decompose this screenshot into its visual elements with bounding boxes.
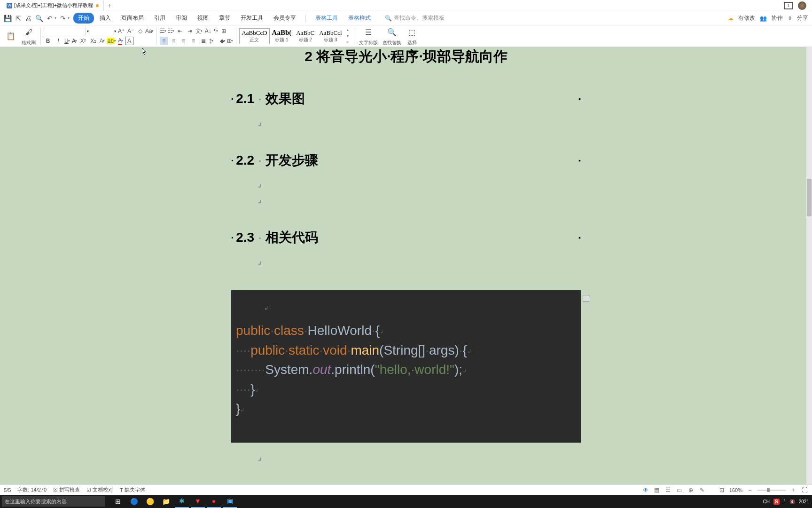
menu-table-style[interactable]: 表格样式: [344, 13, 375, 24]
ime-mode-icon[interactable]: S: [773, 499, 780, 505]
menu-start[interactable]: 开始: [73, 13, 94, 24]
zoom-slider[interactable]: [757, 490, 786, 491]
menu-devtools[interactable]: 开发工具: [236, 13, 268, 24]
format-painter-button[interactable]: 🖌: [23, 26, 35, 39]
share-label[interactable]: 分享: [797, 14, 808, 22]
task-view-icon[interactable]: ⊞: [111, 495, 125, 508]
borders-icon[interactable]: ⊞▾: [227, 37, 233, 45]
window-mode-icon[interactable]: 1: [784, 2, 793, 9]
font-size-input[interactable]: [90, 27, 113, 35]
page-indicator[interactable]: 5/5: [4, 487, 11, 493]
menu-view[interactable]: 视图: [193, 13, 213, 24]
bold-button[interactable]: B: [44, 37, 52, 45]
explorer-icon[interactable]: 📁: [159, 495, 173, 508]
command-search[interactable]: 🔍 查找命令、搜索模板: [385, 14, 445, 22]
strikethrough-button[interactable]: A̶▾: [72, 38, 77, 44]
menu-review[interactable]: 审阅: [171, 13, 192, 24]
app-1-icon[interactable]: ✱: [175, 495, 189, 508]
redo-icon[interactable]: ↷: [60, 15, 66, 22]
style-gallery-scroll[interactable]: ▴▾≡: [344, 28, 351, 45]
eye-icon[interactable]: 👁: [642, 486, 649, 494]
decrease-font-icon[interactable]: A⁻: [126, 27, 135, 35]
font-color-button[interactable]: A▾: [118, 37, 123, 45]
save-icon[interactable]: 💾: [4, 15, 12, 22]
italic-button[interactable]: I: [54, 37, 62, 45]
export-icon[interactable]: ⇱: [16, 15, 21, 22]
record-icon[interactable]: ●: [207, 495, 221, 508]
fit-width-icon[interactable]: ⊡: [718, 486, 726, 494]
doc-proof[interactable]: ☑文档校对: [86, 486, 113, 493]
ime-lang[interactable]: CH: [763, 499, 770, 504]
change-case-icon[interactable]: Aa▾: [145, 28, 154, 34]
vertical-scrollbar[interactable]: [806, 47, 812, 484]
zoom-out-icon[interactable]: −: [746, 486, 754, 494]
style-heading3[interactable]: AaBbCcl 标题 3: [317, 28, 344, 44]
align-left-icon[interactable]: ≡: [160, 37, 168, 45]
style-normal[interactable]: AaBbCcD 正文: [239, 28, 269, 44]
zoom-in-icon[interactable]: +: [789, 486, 797, 494]
cloud-sync-icon[interactable]: ☁: [728, 15, 734, 22]
menu-insert[interactable]: 插入: [95, 13, 116, 24]
document-tab[interactable]: W [成果文档]+[工程]+微信小程序教程: [2, 0, 104, 11]
table-handle-icon[interactable]: [583, 295, 589, 302]
paste-button[interactable]: 📋: [5, 30, 17, 42]
missing-fonts[interactable]: T缺失字体: [120, 486, 145, 493]
underline-button[interactable]: U▾: [64, 38, 70, 44]
document-canvas[interactable]: 2 将音导光小·程序·坝部导航向作 2.1 · 效果图 ▪ ↲ 2.2 · 开发…: [0, 47, 812, 494]
align-right-icon[interactable]: ≡: [180, 37, 188, 45]
bullet-list-icon[interactable]: ☰▾: [160, 27, 166, 35]
menu-vip[interactable]: 会员专享: [269, 13, 301, 24]
style-heading1[interactable]: AaBb( 标题 1: [270, 28, 294, 44]
select-icon[interactable]: ⬚: [406, 26, 418, 39]
view-page-icon[interactable]: ▤: [653, 486, 661, 494]
text-direction-icon[interactable]: 文▾: [195, 27, 203, 35]
edit-mode-icon[interactable]: ✎: [698, 486, 706, 494]
text-effects-button[interactable]: A▾: [100, 38, 105, 44]
align-distribute-icon[interactable]: ≣: [199, 37, 208, 45]
user-avatar[interactable]: [798, 1, 806, 10]
pending-changes[interactable]: 有修改: [738, 14, 755, 22]
app-2-icon[interactable]: ▼: [191, 495, 205, 508]
wps-icon[interactable]: ▣: [223, 495, 237, 508]
font-name-input[interactable]: [44, 27, 86, 35]
view-read-icon[interactable]: ▭: [676, 486, 683, 494]
chrome-icon[interactable]: 🟡: [143, 495, 157, 508]
menu-layout[interactable]: 页面布局: [117, 13, 148, 24]
superscript-button[interactable]: X²: [79, 37, 87, 45]
subscript-button[interactable]: X₂: [89, 37, 98, 45]
paragraph-mark-icon[interactable]: ¶▾: [214, 27, 218, 35]
line-spacing-icon[interactable]: ‡▾: [209, 37, 214, 45]
scrollbar-thumb[interactable]: [807, 179, 812, 216]
new-tab-button[interactable]: +: [104, 0, 115, 11]
character-border-button[interactable]: A: [125, 37, 133, 45]
align-justify-icon[interactable]: ≡: [189, 37, 198, 45]
decrease-indent-icon[interactable]: ⇤: [176, 27, 184, 35]
preview-icon[interactable]: 🔍: [35, 15, 43, 22]
volume-icon[interactable]: 🔇: [789, 499, 795, 504]
text-layout-icon[interactable]: ☰: [362, 26, 375, 39]
view-web-icon[interactable]: ⊕: [687, 486, 695, 494]
spell-check[interactable]: ☒拼写检查: [53, 486, 80, 493]
undo-icon[interactable]: ↶: [47, 15, 53, 22]
qat-dropdown-icon[interactable]: ▾: [68, 16, 70, 20]
zoom-value[interactable]: 160%: [729, 487, 742, 493]
number-list-icon[interactable]: ☷▾: [168, 27, 174, 35]
fullscreen-icon[interactable]: ⛶: [801, 486, 808, 494]
highlight-button[interactable]: ab▾: [107, 38, 116, 44]
find-replace-icon[interactable]: 🔍: [386, 26, 398, 39]
shading-icon[interactable]: ◆▾: [220, 37, 226, 45]
increase-font-icon[interactable]: A⁺: [117, 27, 125, 35]
show-marks-icon[interactable]: ⊞: [219, 27, 228, 35]
view-outline-icon[interactable]: ☰: [664, 486, 672, 494]
word-count[interactable]: 字数: 14/270: [17, 486, 47, 493]
tray-time[interactable]: 2021: [799, 499, 809, 504]
collab-label[interactable]: 协作: [772, 14, 783, 22]
tray-chevron-icon[interactable]: ˄: [783, 499, 786, 504]
print-icon[interactable]: 🖨: [25, 15, 31, 22]
sort-icon[interactable]: A↓: [204, 27, 212, 35]
clear-format-icon[interactable]: ◇: [136, 27, 144, 35]
increase-indent-icon[interactable]: ⇥: [186, 27, 194, 35]
menu-section[interactable]: 章节: [214, 13, 235, 24]
align-center-icon[interactable]: ≡: [170, 37, 178, 45]
style-heading2[interactable]: AaBbC 标题 2: [294, 28, 317, 44]
